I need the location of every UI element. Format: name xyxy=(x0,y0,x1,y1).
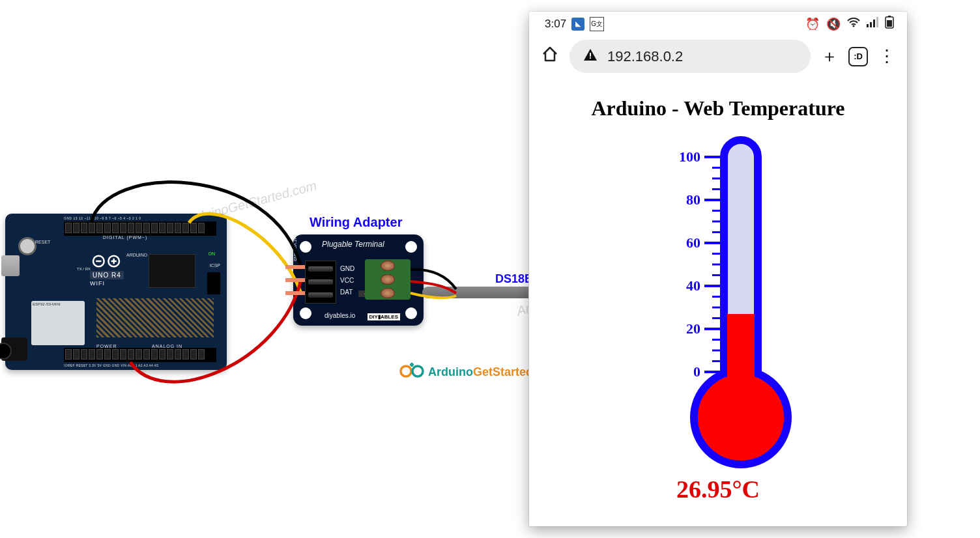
svg-text:80: 80 xyxy=(686,191,700,208)
wifi-icon xyxy=(847,17,860,31)
url-pill[interactable]: 192.168.0.2 xyxy=(569,40,811,73)
arduino-brand: ARDUINO xyxy=(126,253,147,257)
plugable-terminal-adapter: Plugable Terminal GND VCC DAT 472 Ω DAT … xyxy=(293,234,424,326)
phone-time: 3:07 xyxy=(545,18,566,31)
wiring-adapter-heading: Wiring Adapter xyxy=(310,215,402,230)
top-pin-labels: GND 13 12 ~11 ~10 ~9 8 7 ~6 ~5 4 ~3 2 1 … xyxy=(64,216,141,220)
tabs-icon[interactable]: :D xyxy=(848,47,868,66)
arduino-uno-r4-wifi: RESET ICSP ON ARDUINO UNO R4 WIFI ESP32-… xyxy=(5,214,227,370)
power-label: POWER xyxy=(96,344,117,348)
svg-rect-19 xyxy=(887,20,892,27)
url-text: 192.168.0.2 xyxy=(607,48,683,65)
screw-terminal xyxy=(365,259,411,300)
digital-header xyxy=(64,221,216,236)
icsp-header xyxy=(207,272,220,294)
browser-address-bar: 192.168.0.2 ＋ :D ⋮ xyxy=(529,33,907,82)
svg-rect-20 xyxy=(590,53,591,57)
led-matrix xyxy=(96,298,214,337)
icsp-label: ICSP xyxy=(210,263,220,268)
infinity-logo-icon xyxy=(399,362,425,384)
usb-c-port xyxy=(1,255,20,276)
reset-label: RESET xyxy=(35,240,50,244)
on-led-label: ON xyxy=(209,251,216,256)
not-secure-icon xyxy=(583,48,598,65)
svg-point-24 xyxy=(700,377,781,458)
thermometer-graphic: 100806040200 xyxy=(624,131,813,470)
digital-label: DIGITAL (PWM~) xyxy=(103,235,147,240)
adapter-title: Plugable Terminal xyxy=(322,240,384,249)
alarm-icon: ⏰ xyxy=(805,17,820,31)
svg-text:60: 60 xyxy=(686,234,700,251)
svg-rect-23 xyxy=(727,314,755,382)
mute-icon: 🔇 xyxy=(826,17,841,31)
reset-button xyxy=(18,237,36,255)
esp32-module: ESP32-S3-MINI xyxy=(31,301,85,345)
svg-text:40: 40 xyxy=(686,277,700,294)
svg-rect-21 xyxy=(590,57,591,59)
translate-icon: G文 xyxy=(590,17,604,31)
analog-in-label: ANALOG IN xyxy=(152,344,182,348)
page-heading: Arduino - Web Temperature xyxy=(529,96,907,120)
svg-point-9 xyxy=(412,366,423,376)
bottom-pin-labels: IOREF RESET 3.3V 5V GND GND VIN A0 A1 A2… xyxy=(64,363,158,367)
svg-text:20: 20 xyxy=(686,320,700,337)
svg-rect-16 xyxy=(876,17,878,27)
barrel-jack xyxy=(1,337,27,361)
adapter-pin-labels: GND VCC DAT xyxy=(340,263,354,298)
home-icon[interactable] xyxy=(541,45,559,68)
app-icon: ◣ xyxy=(571,18,584,31)
main-chip xyxy=(149,254,195,288)
off-on-label: OFF / ON / VRTC xyxy=(48,313,51,339)
adapter-pin-header xyxy=(305,261,336,304)
svg-text:0: 0 xyxy=(693,363,700,380)
wifi-label: WIFI xyxy=(90,280,105,287)
uno-r4-label: UNO R4 xyxy=(90,271,124,279)
svg-rect-14 xyxy=(870,22,872,27)
arduino-logo-icon xyxy=(90,253,122,270)
svg-rect-13 xyxy=(867,24,869,27)
adapter-brand: diyables.io xyxy=(324,312,355,319)
temperature-reading: 26.95°C xyxy=(676,475,760,503)
svg-point-8 xyxy=(401,366,411,376)
svg-point-12 xyxy=(853,25,855,27)
phone-browser-mockup: 3:07 ◣ G文 ⏰ 🔇 192.168.0.2 xyxy=(529,12,907,526)
new-tab-icon[interactable]: ＋ xyxy=(821,45,838,68)
battery-icon xyxy=(885,16,894,32)
tx-rx-label: TX / RX xyxy=(77,267,91,271)
svg-text:100: 100 xyxy=(679,149,700,165)
svg-rect-15 xyxy=(873,20,875,27)
power-analog-header xyxy=(64,348,216,362)
browser-menu-icon[interactable]: ⋮ xyxy=(878,46,895,66)
term-labels: DAT VCC GND xyxy=(293,234,297,261)
signal-icon xyxy=(867,17,878,31)
phone-status-bar: 3:07 ◣ G文 ⏰ 🔇 xyxy=(529,12,907,33)
diyables-badge: DIY▮ABLES xyxy=(368,313,400,320)
